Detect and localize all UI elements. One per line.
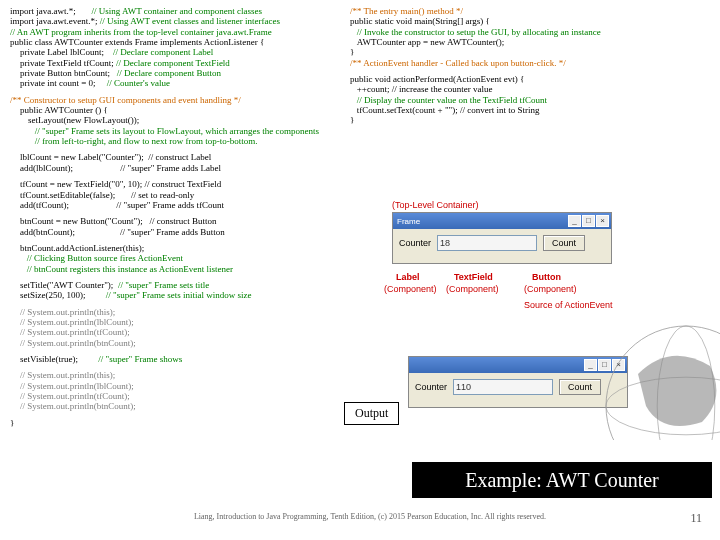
comment: // Clicking Button source fires ActionEv… [10,253,340,263]
code: ++count; // increase the counter value [350,84,710,94]
code: add(btnCount); // "super" Frame adds But… [10,227,340,237]
code: } [350,115,710,125]
window-title: Frame [397,217,420,226]
comment-disabled: // System.out.println(btnCount); [10,338,340,348]
comment: // from left-to-right, and flow to next … [10,136,340,146]
code: tfCount = new TextField("0", 10); // con… [10,179,340,189]
title-bar[interactable]: Frame _ □ × [393,213,611,229]
comment: // An AWT program inherits from the top-… [10,27,340,37]
code: public static void main(String[] args) { [350,16,710,26]
demo-window-annotated: Frame _ □ × Counter Count [392,212,612,264]
comment: // Declare component Label [113,47,213,57]
annotation: Button [532,272,561,282]
code: tfCount.setEditable(false); // set to re… [10,190,340,200]
comment-disabled: // System.out.println(this); [10,307,340,317]
code: setSize(250, 100); [20,290,106,300]
counter-field[interactable] [453,379,553,395]
counter-field[interactable] [437,235,537,251]
comment-disabled: // System.out.println(btnCount); [10,401,340,411]
code: import java.awt.*; [10,6,91,16]
annotation: (Component) [384,284,437,294]
comment: // Using AWT container and component cla… [91,6,262,16]
close-icon[interactable]: × [596,215,609,227]
code: } [350,47,710,57]
comment-disabled: // System.out.println(tfCount); [10,391,340,401]
code: add(tfCount); // "super" Frame adds tfCo… [10,200,340,210]
code: public class AWTCounter extends Frame im… [10,37,340,47]
code: btnCount.addActionListener(this); [10,243,340,253]
comment-disabled: // System.out.println(lblCount); [10,317,340,327]
minimize-icon[interactable]: _ [568,215,581,227]
code: setVisible(true); [20,354,98,364]
comment: // "super" Frame sets title [118,280,209,290]
comment: // Using AWT event classes and listener … [100,16,280,26]
output-label: Output [344,402,399,425]
code: lblCount = new Label("Counter"); // cons… [10,152,340,162]
code: btnCount = new Button("Count"); // const… [10,216,340,226]
annotation: (Component) [446,284,499,294]
page-number: 11 [690,511,702,526]
maximize-icon[interactable]: □ [582,215,595,227]
count-button[interactable]: Count [543,235,585,251]
javadoc: /** Constructor to setup GUI components … [10,95,340,105]
code: private Label lblCount; [20,47,113,57]
comment: // "super" Frame shows [98,354,182,364]
code: setTitle("AWT Counter"); [20,280,118,290]
annotation: TextField [454,272,493,282]
javadoc: /** The entry main() method */ [350,6,710,16]
comment: // btnCount registers this instance as A… [10,264,340,274]
counter-label: Counter [415,382,447,392]
code: AWTCounter app = new AWTCounter(); [350,37,710,47]
javadoc: /** ActionEvent handler - Called back up… [350,58,710,68]
code: public AWTCounter () { [10,105,340,115]
comment: // "super" Frame sets initial window siz… [106,290,252,300]
code: private int count = 0; [20,78,107,88]
comment: // Invoke the constructor to setup the G… [350,27,710,37]
comment: // Declare component Button [117,68,221,78]
code: tfCount.setText(count + ""); // convert … [350,105,710,115]
comment-disabled: // System.out.println(tfCount); [10,327,340,337]
footer-text: Liang, Introduction to Java Programming,… [170,512,570,521]
code: private TextField tfCount; [20,58,116,68]
comment: // "super" Frame sets its layout to Flow… [10,126,340,136]
comment: // Display the counter value on the Text… [350,95,710,105]
code: } [10,418,340,428]
code: private Button btnCount; [20,68,117,78]
comment: // Declare component TextField [116,58,230,68]
annotation: Label [396,272,420,282]
comment-disabled: // System.out.println(lblCount); [10,381,340,391]
code: public void actionPerformed(ActionEvent … [350,74,710,84]
globe-graphic [590,310,720,440]
example-banner: Example: AWT Counter [412,462,712,498]
counter-label: Counter [399,238,431,248]
comment-disabled: // System.out.println(this); [10,370,340,380]
annotation: (Component) [524,284,577,294]
right-code-column: /** The entry main() method */ public st… [350,6,710,126]
annotation: Source of ActionEvent [524,300,613,310]
annotation: (Top-Level Container) [392,200,479,210]
comment: // Counter's value [107,78,170,88]
left-code-column: import java.awt.*; // Using AWT containe… [10,6,340,428]
code: setLayout(new FlowLayout()); [10,115,340,125]
code: add(lblCount); // "super" Frame adds Lab… [10,163,340,173]
code: import java.awt.event.*; [10,16,100,26]
